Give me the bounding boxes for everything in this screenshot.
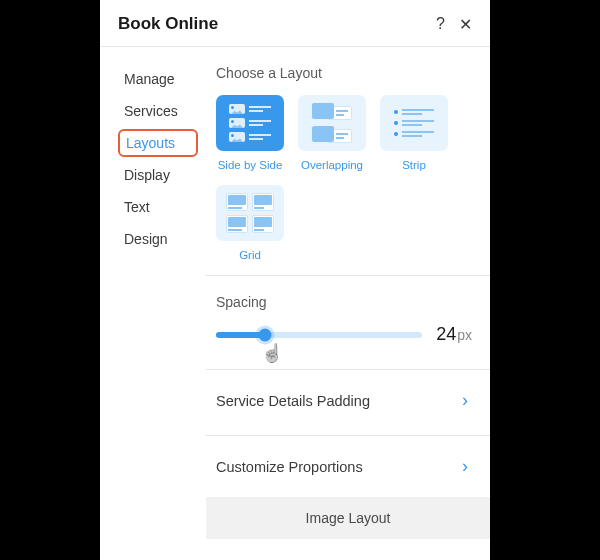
spacing-title: Spacing: [216, 294, 472, 310]
layout-option-strip[interactable]: Strip: [380, 95, 448, 171]
panel-title: Book Online: [118, 14, 218, 34]
layout-label: Grid: [239, 249, 261, 261]
content-area: Choose a Layout Side by Side: [206, 47, 490, 560]
spacing-slider-wrap: ☝️ 24px: [216, 324, 472, 345]
spacing-unit: px: [457, 327, 472, 343]
layout-option-side-by-side[interactable]: Side by Side: [216, 95, 284, 171]
spacing-section: Spacing ☝️ 24px: [216, 294, 472, 365]
image-layout-footer[interactable]: Image Layout: [206, 497, 490, 539]
chevron-right-icon: ›: [462, 390, 468, 411]
spacing-value: 24: [436, 324, 456, 344]
layout-tile-side-by-side: [216, 95, 284, 151]
layout-tile-grid: [216, 185, 284, 241]
cursor-hand-icon: ☝️: [261, 342, 283, 364]
row-label: Service Details Padding: [216, 393, 370, 409]
row-label: Customize Proportions: [216, 459, 363, 475]
spacing-slider[interactable]: ☝️: [216, 332, 422, 338]
sidebar-item-layouts[interactable]: Layouts: [118, 129, 198, 157]
sidebar: Manage Services Layouts Display Text Des…: [100, 47, 206, 560]
layout-label: Overlapping: [301, 159, 363, 171]
customize-proportions-row[interactable]: Customize Proportions ›: [216, 436, 472, 497]
panel-header: Book Online ? ✕: [100, 0, 490, 47]
close-icon[interactable]: ✕: [459, 15, 472, 34]
layout-label: Strip: [402, 159, 426, 171]
sidebar-item-text[interactable]: Text: [118, 193, 198, 221]
settings-panel: Book Online ? ✕ Manage Services Layouts …: [100, 0, 490, 560]
choose-layout-title: Choose a Layout: [216, 65, 472, 81]
panel-body: Manage Services Layouts Display Text Des…: [100, 47, 490, 560]
header-actions: ? ✕: [436, 15, 472, 34]
layout-options-grid: Side by Side Overlapping: [216, 95, 472, 261]
sidebar-item-services[interactable]: Services: [118, 97, 198, 125]
help-icon[interactable]: ?: [436, 15, 445, 33]
service-details-padding-row[interactable]: Service Details Padding ›: [216, 370, 472, 431]
layout-label: Side by Side: [218, 159, 283, 171]
chevron-right-icon: ›: [462, 456, 468, 477]
slider-thumb[interactable]: [259, 328, 272, 341]
sidebar-item-display[interactable]: Display: [118, 161, 198, 189]
divider: [206, 275, 490, 276]
spacing-value-display: 24px: [436, 324, 472, 345]
layout-tile-strip: [380, 95, 448, 151]
sidebar-item-design[interactable]: Design: [118, 225, 198, 253]
layout-tile-overlapping: [298, 95, 366, 151]
layout-option-overlapping[interactable]: Overlapping: [298, 95, 366, 171]
layout-option-grid[interactable]: Grid: [216, 185, 284, 261]
sidebar-item-manage[interactable]: Manage: [118, 65, 198, 93]
